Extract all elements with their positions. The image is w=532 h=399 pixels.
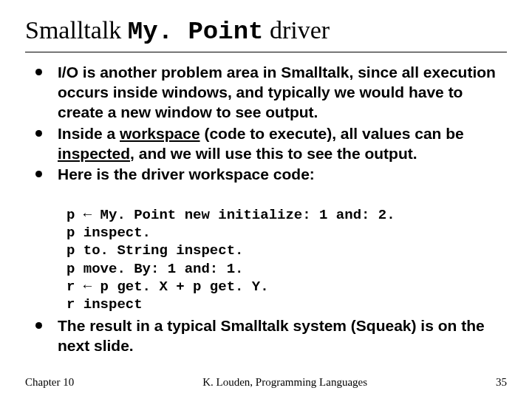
bullet-2-b: (code to execute), all values can be [200, 125, 464, 142]
bullet-2-a: Inside a [58, 125, 120, 142]
title-post: driver [263, 16, 330, 44]
bullet-3-text: Here is the driver workspace code: [58, 166, 315, 183]
bullet-list-2: The result in a typical Smalltalk system… [25, 316, 507, 356]
code-block: p ← My. Point new initialize: 1 and: 2. … [66, 188, 507, 313]
title-pre: Smalltalk [25, 16, 128, 44]
footer-right: 35 [496, 376, 507, 389]
code-line-6: r inspect [66, 296, 143, 313]
code-line-1: p ← My. Point new initialize: 1 and: 2. [66, 207, 395, 223]
title-rule [25, 52, 507, 52]
bullet-1-text: I/O is another problem area in Smalltalk… [58, 64, 496, 120]
bullet-3: Here is the driver workspace code: [25, 165, 507, 185]
footer: Chapter 10 K. Louden, Programming Langua… [25, 376, 507, 389]
bullet-2-u1: workspace [120, 125, 200, 142]
footer-left: Chapter 10 [25, 376, 74, 389]
footer-center: K. Louden, Programming Languages [202, 376, 367, 389]
bullet-2: Inside a workspace (code to execute), al… [25, 124, 507, 164]
bullet-1: I/O is another problem area in Smalltalk… [25, 63, 507, 123]
title-mono: My. Point [128, 18, 264, 46]
bullet-2-c: , and we will use this to see the output… [130, 145, 417, 162]
bullet-2-u2: inspected [58, 145, 130, 162]
bullet-4-text: The result in a typical Smalltalk system… [58, 317, 485, 354]
code-line-2: p inspect. [66, 225, 151, 241]
bullet-list: I/O is another problem area in Smalltalk… [25, 63, 507, 185]
code-line-3: p to. String inspect. [66, 242, 243, 259]
bullet-4: The result in a typical Smalltalk system… [25, 316, 507, 356]
code-line-5: r ← p get. X + p get. Y. [66, 279, 269, 295]
slide-title: Smalltalk My. Point driver [25, 16, 507, 46]
code-line-4: p move. By: 1 and: 1. [66, 261, 243, 277]
